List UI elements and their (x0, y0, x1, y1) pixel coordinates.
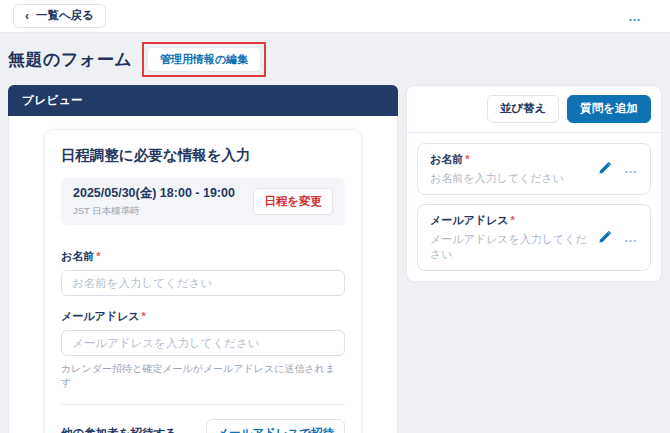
overflow-menu-icon[interactable]: … (628, 10, 642, 23)
required-asterisk: * (142, 310, 146, 322)
admin-info-edit-button[interactable]: 管理用情報の編集 (147, 47, 261, 72)
email-label-text: メールアドレス (61, 310, 140, 322)
email-input[interactable] (61, 330, 345, 356)
question-label: お名前* (430, 152, 564, 167)
required-asterisk: * (511, 214, 515, 226)
form-card-heading: 日程調整に必要な情報を入力 (61, 146, 345, 165)
invite-row: 他の参加者を招待する メールアドレスで招待 (61, 419, 345, 433)
edit-pencil-icon[interactable] (598, 231, 611, 244)
back-to-list-button[interactable]: ‹ 一覧へ戻る (13, 4, 106, 28)
question-list: お名前* お名前を入力してください … メールアドレス* メールアドレスを入力 (407, 133, 661, 281)
preview-panel: プレビュー 日程調整に必要な情報を入力 2025/05/30(金) 18:00 … (8, 85, 398, 433)
question-editor-panel: 並び替え 質問を追加 お名前* お名前を入力してください … (406, 85, 662, 282)
preview-panel-title: プレビュー (8, 85, 398, 116)
chevron-left-icon: ‹ (25, 10, 29, 22)
change-schedule-button[interactable]: 日程を変更 (253, 188, 333, 216)
edit-pencil-icon[interactable] (598, 162, 611, 175)
name-field-group: お名前* (61, 249, 345, 296)
question-item-name[interactable]: お名前* お名前を入力してください … (417, 143, 651, 195)
name-input[interactable] (61, 270, 345, 296)
page-title: 無題のフォーム (8, 48, 132, 71)
schedule-summary-box: 2025/05/30(金) 18:00 - 19:00 JST 日本標準時 日程… (61, 178, 345, 225)
question-actions: … (598, 231, 638, 244)
question-placeholder-preview: メールアドレスを入力してください (430, 232, 598, 262)
add-question-button[interactable]: 質問を追加 (567, 95, 651, 123)
invite-label: 他の参加者を招待する (61, 426, 177, 433)
name-field-label: お名前* (61, 249, 345, 264)
card-divider (61, 404, 345, 405)
question-label-text: メールアドレス (430, 214, 509, 226)
invite-by-email-button[interactable]: メールアドレスで招待 (206, 419, 345, 433)
question-text: メールアドレス* メールアドレスを入力してください (430, 213, 598, 262)
email-help-text: カレンダー招待と確定メールがメールアドレスに送信されます (61, 362, 345, 390)
question-text: お名前* お名前を入力してください (430, 152, 564, 186)
red-highlight-annotation: 管理用情報の編集 (142, 42, 266, 77)
preview-panel-body: 日程調整に必要な情報を入力 2025/05/30(金) 18:00 - 19:0… (8, 116, 398, 433)
reorder-button[interactable]: 並び替え (487, 95, 560, 123)
top-bar: ‹ 一覧へ戻る … (0, 0, 670, 33)
question-item-email[interactable]: メールアドレス* メールアドレスを入力してください … (417, 204, 651, 271)
schedule-text: 2025/05/30(金) 18:00 - 19:00 JST 日本標準時 (73, 185, 235, 218)
required-asterisk: * (465, 153, 469, 165)
email-field-group: メールアドレス* カレンダー招待と確定メールがメールアドレスに送信されます (61, 309, 345, 390)
main-content: プレビュー 日程調整に必要な情報を入力 2025/05/30(金) 18:00 … (8, 85, 662, 433)
preview-form-card: 日程調整に必要な情報を入力 2025/05/30(金) 18:00 - 19:0… (45, 130, 361, 433)
question-more-icon[interactable]: … (624, 162, 638, 175)
question-placeholder-preview: お名前を入力してください (430, 171, 564, 186)
email-field-label: メールアドレス* (61, 309, 345, 324)
schedule-datetime: 2025/05/30(金) 18:00 - 19:00 (73, 185, 235, 202)
page-header: 無題のフォーム 管理用情報の編集 (0, 33, 670, 85)
required-asterisk: * (96, 250, 100, 262)
editor-toolbar: 並び替え 質問を追加 (407, 86, 661, 133)
question-more-icon[interactable]: … (624, 231, 638, 244)
schedule-timezone: JST 日本標準時 (73, 205, 235, 218)
back-to-list-label: 一覧へ戻る (36, 10, 94, 22)
name-label-text: お名前 (61, 250, 94, 262)
question-actions: … (598, 162, 638, 175)
question-label-text: お名前 (430, 153, 463, 165)
question-label: メールアドレス* (430, 213, 598, 228)
